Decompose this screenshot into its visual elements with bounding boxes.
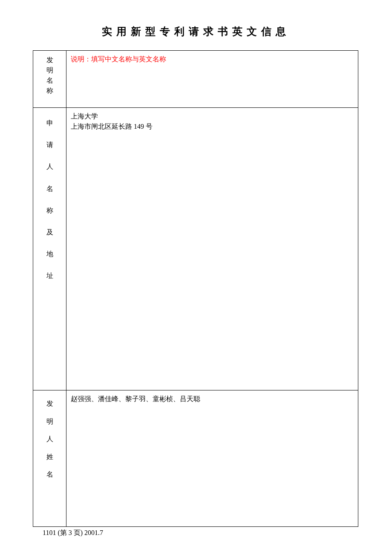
- label-char: 发: [46, 55, 53, 65]
- content-inventor: 赵强强、潘佳峰、黎子羽、童彬桢、吕天聪: [66, 390, 358, 527]
- label-char: 称: [46, 86, 53, 96]
- row-invention-name: 发 明 名 称 说明：填写中文名称与英文名称: [33, 51, 358, 108]
- content-applicant: 上海大学 上海市闸北区延长路 149 号: [66, 108, 358, 390]
- inventor-names: 赵强强、潘佳峰、黎子羽、童彬桢、吕天聪: [71, 394, 354, 404]
- content-invention-name: 说明：填写中文名称与英文名称: [66, 51, 358, 108]
- applicant-name: 上海大学: [71, 111, 354, 121]
- label-char: 名: [46, 178, 53, 199]
- label-char: 人: [46, 156, 53, 177]
- row-inventor: 发 明 人 姓 名 赵强强、潘佳峰、黎子羽、童彬桢、吕天聪: [33, 390, 358, 527]
- label-char: 称: [46, 199, 53, 221]
- label-char: 人: [46, 430, 53, 448]
- instruction-text: 说明：填写中文名称与英文名称: [71, 54, 166, 64]
- row-applicant: 申 请 人 名 称 及 地 址 上海大学 上海市闸北区延长路 149 号: [33, 108, 358, 390]
- label-char: 明: [46, 65, 53, 75]
- label-char: 名: [46, 465, 53, 483]
- label-invention-name: 发 明 名 称: [33, 51, 66, 108]
- label-char: 地: [46, 243, 53, 265]
- label-char: 姓: [46, 448, 53, 466]
- label-char: 名: [46, 75, 53, 86]
- label-char: 申: [46, 112, 53, 134]
- label-char: 请: [46, 134, 53, 156]
- label-applicant: 申 请 人 名 称 及 地 址: [33, 108, 66, 390]
- label-char: 址: [46, 265, 53, 286]
- label-char: 及: [46, 221, 53, 243]
- label-char: 明: [46, 413, 53, 431]
- page-title: 实用新型专利请求书英文信息: [0, 0, 392, 38]
- label-char: 发: [46, 395, 53, 413]
- applicant-address: 上海市闸北区延长路 149 号: [71, 121, 354, 132]
- form-table: 发 明 名 称 说明：填写中文名称与英文名称 申 请 人 名 称 及 地 址: [33, 50, 358, 527]
- label-inventor: 发 明 人 姓 名: [33, 390, 66, 527]
- page-footer: 1101 (第 3 页) 2001.7: [43, 529, 103, 538]
